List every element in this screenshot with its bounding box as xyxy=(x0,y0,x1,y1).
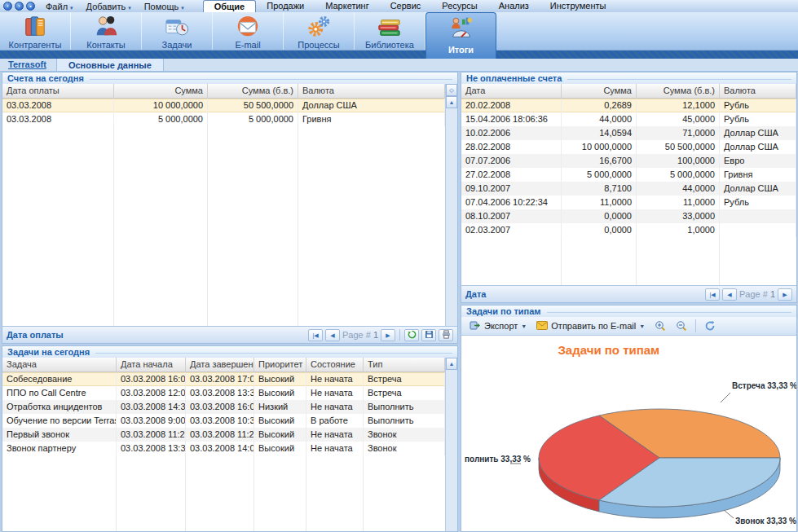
table-cell: 03.03.2008 13:30:00 xyxy=(186,386,254,400)
home-icon[interactable]: • xyxy=(26,2,35,11)
table-cell: 03.03.2008 xyxy=(2,99,114,112)
column-header[interactable]: Сумма xyxy=(114,84,208,98)
panel-title: Не оплаченные счета xyxy=(461,73,796,84)
column-header[interactable]: Дата начала xyxy=(117,358,186,372)
table-row[interactable]: Первый звонок03.03.2008 11:29:4203.03.20… xyxy=(2,428,445,442)
toolbar-button-0[interactable]: Контрагенты xyxy=(0,12,71,50)
panel-tasks-by-type: Задачи по типам Экспорт ▼ Отправить по E… xyxy=(461,305,797,532)
toolbar-button-label: Задачи xyxy=(162,40,192,50)
module-tab-2[interactable]: Маркетинг xyxy=(315,0,379,12)
refresh-icon[interactable] xyxy=(404,329,419,341)
toolbar-button-3[interactable]: E-mail xyxy=(213,12,284,50)
table-cell: 03.03.2008 10:30:00 xyxy=(186,414,254,428)
invoices-today-table: Дата оплатыСуммаСумма (б.в.)Валюта03.03.… xyxy=(2,84,445,326)
forward-icon[interactable]: › xyxy=(15,2,24,11)
toolbar-button-4[interactable]: Процессы xyxy=(284,12,355,50)
column-header[interactable]: Приоритет xyxy=(254,358,306,372)
table-row[interactable]: 07.07.200616,6700100,0000Евро xyxy=(461,154,796,168)
table-row[interactable]: 02.03.20070,00001,0000 xyxy=(461,223,796,237)
table-cell: 03.03.2008 16:00:00 xyxy=(117,372,186,386)
menu-item-0[interactable]: Файл▾ xyxy=(40,2,81,11)
module-tab-1[interactable]: Продажи xyxy=(256,0,315,12)
table-row[interactable]: Звонок партнеру03.03.2008 13:30:0003.03.… xyxy=(2,442,445,455)
back-icon[interactable]: ‹ xyxy=(3,2,12,11)
vertical-scrollbar[interactable]: ▲ xyxy=(445,358,457,531)
module-tab-4[interactable]: Ресурсы xyxy=(431,0,487,12)
table-row[interactable]: Отработка инцидентов03.03.2008 14:30:000… xyxy=(2,400,445,414)
column-header[interactable]: Дата xyxy=(461,84,562,98)
first-page-button[interactable]: |◀ xyxy=(308,329,323,341)
table-row[interactable]: 03.03.20085 000,00005 000,0000Гривня xyxy=(2,112,445,126)
terrasoft-home-link[interactable]: Terrasoft xyxy=(8,59,46,69)
refresh-chart-button[interactable] xyxy=(700,319,720,333)
table-row[interactable]: 07.04.2006 10:22:3411,000011,0000Рубль xyxy=(461,196,796,209)
panel-title: Счета на сегодня xyxy=(2,73,457,84)
chevron-down-icon: ▾ xyxy=(70,5,73,11)
save-icon[interactable] xyxy=(421,329,436,341)
menu-item-1[interactable]: Добавить▾ xyxy=(81,2,139,11)
module-tab-3[interactable]: Сервис xyxy=(380,0,432,12)
chevron-down-icon: ▾ xyxy=(128,5,131,11)
table-cell xyxy=(720,209,796,223)
module-tab-0[interactable]: Общие xyxy=(203,0,257,12)
prev-page-button[interactable]: ◀ xyxy=(325,329,340,341)
chart-title: Задачи по типам xyxy=(461,343,756,357)
module-tabs: ОбщиеПродажиМаркетингСервисРесурсыАнализ… xyxy=(203,0,617,12)
toolbar-button-5[interactable]: Библиотека xyxy=(355,12,425,50)
vertical-scrollbar[interactable]: ◇ ▲ xyxy=(445,84,457,326)
export-label: Экспорт xyxy=(484,321,518,331)
column-header[interactable]: Валюта xyxy=(298,84,445,98)
tab-main-data[interactable]: Основные данные xyxy=(56,58,164,71)
table-row[interactable]: 20.02.20080,268912,1000Рубль xyxy=(461,99,796,112)
table-row[interactable]: Собеседование03.03.2008 16:00:0003.03.20… xyxy=(2,372,445,386)
chevron-down-icon: ▼ xyxy=(521,323,527,329)
toolbar-button-label: Контрагенты xyxy=(9,40,62,50)
column-options-icon[interactable]: ◇ xyxy=(446,84,457,96)
table-cell: 14,0594 xyxy=(562,126,637,140)
scroll-up-icon[interactable]: ▲ xyxy=(446,96,457,108)
table-row[interactable]: ППО по Call Centre03.03.2008 12:00:0003.… xyxy=(2,386,445,400)
scroll-up-icon[interactable]: ▲ xyxy=(446,358,457,370)
column-header[interactable]: Тип xyxy=(364,358,445,372)
column-header[interactable]: Задача xyxy=(2,358,117,372)
toolbar-button-1[interactable]: Контакты xyxy=(71,12,142,50)
column-header[interactable]: Состояние xyxy=(306,358,364,372)
table-row[interactable]: 10.02.200614,059471,0000Доллар США xyxy=(461,126,796,140)
table-row[interactable]: 08.10.20070,000033,0000 xyxy=(461,209,796,223)
column-header[interactable]: Дата оплаты xyxy=(2,84,114,98)
table-cell: Не начата xyxy=(306,428,364,442)
column-header[interactable]: Сумма (б.в.) xyxy=(208,84,298,98)
prev-page-button[interactable]: ◀ xyxy=(722,288,737,301)
toolbar-button-2[interactable]: Задачи xyxy=(142,12,213,50)
export-button[interactable]: Экспорт ▼ xyxy=(465,319,531,334)
next-page-button[interactable]: ▶ xyxy=(778,288,792,301)
table-row[interactable]: 27.02.20085 000,00005 000,0000Гривня xyxy=(461,168,796,182)
toolbar-button-label: Процессы xyxy=(298,40,339,50)
send-email-button[interactable]: Отправить по E-mail ▼ xyxy=(532,319,649,333)
menu-item-2[interactable]: Помощь▾ xyxy=(139,2,192,11)
table-row[interactable]: 28.02.200810 000,000050 500,0000Доллар С… xyxy=(461,140,796,154)
table-cell: Не начата xyxy=(306,400,364,414)
module-tab-5[interactable]: Анализ xyxy=(488,0,540,12)
group-by-label[interactable]: Дата xyxy=(465,289,486,299)
table-row[interactable]: 15.04.2006 18:06:3644,000045,0000Рубль xyxy=(461,112,796,126)
nav-buttons: ‹ › • xyxy=(0,2,40,11)
table-row[interactable]: Обучение по версии Terrasoft03.03.2008 9… xyxy=(2,414,445,428)
first-page-button[interactable]: |◀ xyxy=(705,288,720,301)
table-cell: 09.10.2007 xyxy=(461,182,562,196)
table-row[interactable]: 03.03.200810 000,000050 500,0000Доллар С… xyxy=(2,99,445,112)
column-header[interactable]: Сумма xyxy=(562,84,637,98)
zoom-out-button[interactable] xyxy=(672,319,691,333)
print-icon[interactable] xyxy=(439,329,453,341)
column-header[interactable]: Дата завершения xyxy=(186,358,254,372)
table-row[interactable]: 09.10.20078,710044,0000Доллар США xyxy=(461,182,796,196)
toolbar-button-6[interactable]: Итоги xyxy=(425,12,496,59)
group-by-label[interactable]: Дата оплаты xyxy=(7,330,64,340)
next-page-button[interactable]: ▶ xyxy=(381,329,395,341)
column-header[interactable]: Сумма (б.в.) xyxy=(637,84,720,98)
pie-chart[interactable] xyxy=(461,336,796,530)
column-header[interactable]: Валюта xyxy=(720,84,796,98)
table-cell: 5 000,0000 xyxy=(562,168,637,182)
zoom-in-button[interactable] xyxy=(650,319,670,333)
module-tab-6[interactable]: Инструменты xyxy=(540,0,617,12)
